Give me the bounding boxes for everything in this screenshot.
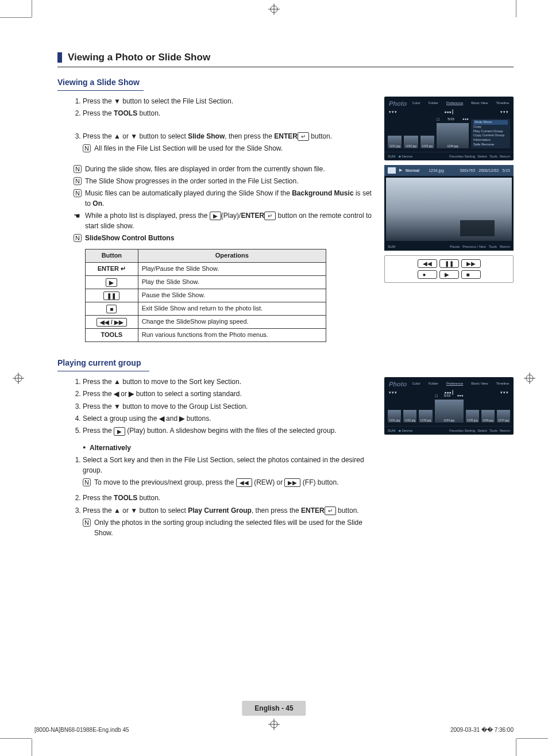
thumb: 1232.jpg <box>403 410 416 423</box>
table-cell: TOOLS <box>86 328 138 341</box>
footer-meta-left: [8000-NA]BN68-01988E-Eng.indb 45 <box>34 727 129 733</box>
thumb: 1232.jpg <box>404 136 418 148</box>
note-icon: N <box>74 234 82 242</box>
play-button: ▶ <box>439 270 459 279</box>
table-cell: Play/Pause the Slide Show. <box>138 263 326 276</box>
note-item: NDuring the slide show, files are displa… <box>74 164 374 174</box>
panel-title: Photo <box>389 381 407 387</box>
registration-mark-icon <box>268 719 280 730</box>
table-cell: Change the SlideShow playing speed. <box>138 315 326 328</box>
note-item: NSlideShow Control Buttons <box>74 233 374 243</box>
table-cell: Pause the Slide Show. <box>138 289 326 302</box>
note-icon: N <box>83 144 91 152</box>
rec-button: ● <box>418 270 437 279</box>
thumb: 1233.jpg <box>419 410 432 423</box>
stop-button: ■ <box>461 270 481 279</box>
section-title: Playing current group <box>57 358 514 367</box>
thumb: 1237.jpg <box>497 410 510 423</box>
step-5: Press the ▶ (Play) button. A slideshow b… <box>83 426 374 436</box>
step-3: Press the ▲ or ▼ button to select Slide … <box>83 132 374 154</box>
step-3: Press the ▼ button to move to the Group … <box>83 402 374 412</box>
table-cell: ❚❚ <box>86 289 138 302</box>
table-cell: Run various functions from the Photo men… <box>138 328 326 341</box>
panel-tabs: ColorFolderPreferenceBasic ViewTimeline <box>412 382 509 387</box>
note-icon: N <box>83 478 91 486</box>
play-icon: ▶ <box>114 427 125 436</box>
table-cell: ■ <box>86 302 138 316</box>
thumb: 1236.jpg <box>481 410 495 423</box>
remote-buttons: ◀◀ ❚❚ ▶▶ ● ▶ ■ <box>384 255 514 283</box>
section-rule <box>57 371 149 371</box>
note-item: While a photo list is displayed, press t… <box>74 211 374 231</box>
note-item: NThe Slide Show progresses in the order … <box>74 176 374 186</box>
ff-icon: ▶▶ <box>284 478 300 487</box>
heading-accent <box>57 52 62 63</box>
enter-icon: ↵ <box>298 132 309 141</box>
page-title: Viewing a Photo or Slide Show <box>68 52 210 63</box>
page-heading: Viewing a Photo or Slide Show <box>57 52 514 63</box>
registration-mark-icon <box>268 3 280 15</box>
enter-icon: ↵ <box>325 506 336 515</box>
page-number: English - 45 <box>242 701 306 716</box>
table-header: Button <box>86 250 138 263</box>
steps-list: Press the ▼ button to select the File Li… <box>57 97 374 154</box>
step-4: Select a group using the ◀ and ▶ buttons… <box>83 414 374 424</box>
table-header: Operations <box>138 250 326 263</box>
table-cell: Exit Slide Show and return to the photo … <box>138 302 326 316</box>
table-cell: ENTER ↵ <box>86 263 138 276</box>
panel-tabs: ColorFolderPreferenceBasic ViewTimeline <box>412 101 509 107</box>
panel-title: Photo <box>389 100 407 107</box>
step-2: Press the TOOLS button. <box>83 109 374 118</box>
note-icon: N <box>74 189 82 197</box>
note-icon: N <box>74 165 82 173</box>
alternatively-heading: Alternatively <box>83 443 374 453</box>
step-2: Press the ◀ or ▶ button to select a sort… <box>83 389 374 399</box>
footer-meta-right: 2009-03-31 �� 7:36:00 <box>450 727 514 733</box>
play-icon: ▶ <box>210 212 221 220</box>
alt-step-2: Press the TOOLS button. <box>83 493 374 503</box>
rew-button: ◀◀ <box>418 259 437 268</box>
table-cell: ◀◀ / ▶▶ <box>86 315 138 328</box>
alt-step-1: Select a Sort key and then in the File L… <box>83 455 374 488</box>
notes-list: NDuring the slide show, files are displa… <box>57 164 374 244</box>
table-cell: ▶ <box>86 276 138 289</box>
ff-button: ▶▶ <box>461 259 481 268</box>
note-icon: N <box>74 177 82 185</box>
thumb-selected: 1234.jpg <box>435 400 464 423</box>
enter-icon: ↵ <box>264 212 276 220</box>
screenshot-panel-1: Photo ColorFolderPreferenceBasic ViewTim… <box>384 97 514 160</box>
pause-button: ❚❚ <box>439 259 459 268</box>
steps-list: Press the ▲ button to move to the Sort k… <box>57 377 374 436</box>
alt-step-3: Press the ▲ or ▼ button to select Play C… <box>83 506 374 538</box>
slideshow-control-table: ButtonOperations ENTER ↵Play/Pause the S… <box>85 249 326 342</box>
screenshot-panel-2: ▶Normal 1234.jpg 580x765 2008/12/02 5/15… <box>384 165 514 251</box>
section-title: Viewing a Slide Show <box>57 78 514 87</box>
note-item: NMusic files can be automatically played… <box>74 189 374 209</box>
thumb-selected: 1234.jpg <box>437 123 469 148</box>
registration-mark-icon <box>13 373 24 384</box>
step-1: Press the ▼ button to select the File Li… <box>83 97 374 106</box>
rew-icon: ◀◀ <box>236 478 252 487</box>
heading-rule <box>57 67 514 67</box>
thumb: 1233.jpg <box>420 136 434 148</box>
screenshot-panel-3: Photo ColorFolderPreferenceBasic ViewTim… <box>384 377 514 435</box>
registration-mark-icon <box>524 373 535 384</box>
note-icon: N <box>83 519 91 527</box>
photo-preview <box>386 178 512 241</box>
picture-icon <box>388 167 396 174</box>
table-cell: Play the Slide Show. <box>138 276 326 289</box>
steps-list-alt: Select a Sort key and then in the File L… <box>57 455 374 538</box>
section-rule <box>57 90 144 91</box>
context-menu: Slide Show Copy Play Current Group Copy … <box>471 119 510 148</box>
thumb: 1231.jpg <box>388 410 401 423</box>
thumb: 1235.jpg <box>466 410 479 423</box>
thumb: 1231.jpg <box>388 136 402 148</box>
step-1: Press the ▲ button to move to the Sort k… <box>83 377 374 387</box>
